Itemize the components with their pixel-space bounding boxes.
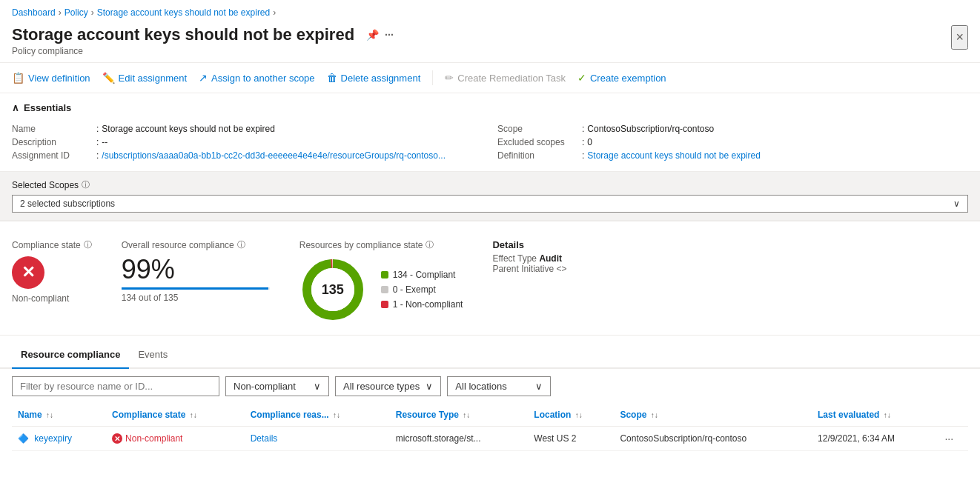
- resource-type-sort-icon: ↑↓: [463, 411, 470, 419]
- breadcrumb: Dashboard › Policy › Storage account key…: [0, 0, 980, 22]
- donut-center-value: 135: [299, 256, 366, 323]
- overall-compliance-info-icon[interactable]: ⓘ: [237, 239, 245, 250]
- edit-icon: ✏️: [102, 72, 115, 84]
- pin-icon[interactable]: 📌: [366, 29, 379, 41]
- resource-name-link-0[interactable]: keyexpiry: [34, 433, 72, 444]
- compliance-state-block: Compliance state ⓘ ✕ Non-compliant: [12, 239, 92, 323]
- legend-compliant-dot: [381, 271, 388, 278]
- cell-scope-0: ContosoSubscription/rq-contoso: [614, 427, 812, 451]
- col-compliance-reason[interactable]: Compliance reas... ↑↓: [245, 404, 390, 427]
- essentials-scope: Scope : ContosoSubscription/rq-contoso: [497, 122, 968, 136]
- overall-compliance-block: Overall resource compliance ⓘ 99% 134 ou…: [122, 239, 270, 323]
- more-options-icon[interactable]: ···: [385, 29, 394, 41]
- cell-name-0: 🔷 keyexpiry: [12, 427, 106, 451]
- tab-events[interactable]: Events: [129, 341, 176, 369]
- page-subtitle: Policy compliance: [12, 46, 951, 56]
- breadcrumb-current[interactable]: Storage account keys should not be expir…: [97, 7, 270, 18]
- details-title: Details: [492, 239, 566, 250]
- resource-filter-input[interactable]: [12, 376, 219, 396]
- col-location[interactable]: Location ↑↓: [528, 404, 614, 427]
- legend-exempt: 0 - Exempt: [381, 284, 463, 295]
- compliance-fraction: 134 out of 135: [122, 293, 270, 303]
- row-menu-icon-0[interactable]: ···: [944, 433, 953, 444]
- col-scope[interactable]: Scope ↑↓: [614, 404, 812, 427]
- cell-resource-type-0: microsoft.storage/st...: [390, 427, 529, 451]
- close-button[interactable]: ×: [951, 25, 968, 50]
- cell-location-0: West US 2: [528, 427, 614, 451]
- legend-compliant: 134 - Compliant: [381, 270, 463, 280]
- resource-type-dropdown-chevron-icon: ∨: [426, 381, 433, 392]
- donut-chart-block: Resources by compliance state ⓘ 135: [299, 239, 463, 323]
- cell-last-evaluated-0: 12/9/2021, 6:34 AM: [812, 427, 938, 451]
- filter-section: Non-compliant ∨ All resource types ∨ All…: [0, 369, 980, 404]
- non-compliant-badge-0: ✕ Non-compliant: [112, 433, 239, 444]
- view-definition-icon: 📋: [12, 72, 24, 84]
- resource-table: Name ↑↓ Compliance state ↑↓ Compliance r…: [12, 404, 968, 451]
- resource-icon-0: 🔷: [18, 433, 29, 444]
- assign-scope-button[interactable]: ↗ Assign to another scope: [199, 69, 314, 87]
- essentials-header[interactable]: ∧ Essentials: [12, 102, 968, 113]
- compliance-state-info-icon[interactable]: ⓘ: [84, 239, 92, 250]
- toolbar: 📋 View definition ✏️ Edit assignment ↗ A…: [0, 62, 980, 93]
- compliance-percentage: 99%: [122, 256, 270, 283]
- breadcrumb-policy[interactable]: Policy: [64, 7, 88, 18]
- scopes-dropdown[interactable]: 2 selected subscriptions ∨: [12, 195, 968, 213]
- scopes-label: Selected Scopes ⓘ: [12, 179, 968, 190]
- col-resource-type[interactable]: Resource Type ↑↓: [390, 404, 529, 427]
- col-last-evaluated[interactable]: Last evaluated ↑↓: [812, 404, 938, 427]
- parent-initiative-row: Parent Initiative <>: [492, 264, 566, 274]
- compliance-dropdown-chevron-icon: ∨: [314, 381, 321, 392]
- delete-icon: 🗑: [327, 72, 337, 84]
- view-definition-button[interactable]: 📋 View definition: [12, 69, 90, 87]
- location-dropdown-chevron-icon: ∨: [535, 381, 543, 392]
- nc-icon-0: ✕: [112, 433, 122, 444]
- essentials-section: ∧ Essentials Name : Storage account keys…: [0, 93, 980, 172]
- scopes-info-icon[interactable]: ⓘ: [82, 179, 90, 190]
- cell-row-menu-0: ···: [938, 427, 968, 451]
- table-section: Name ↑↓ Compliance state ↑↓ Compliance r…: [0, 404, 980, 451]
- exemption-icon: ✓: [577, 72, 586, 84]
- donut-chart-container: 135 134 - Compliant 0 - Exempt 1 - Non-c…: [299, 256, 463, 323]
- remediation-icon: ✏: [445, 72, 454, 84]
- table-row: 🔷 keyexpiry ✕ Non-compliant Details micr…: [12, 427, 968, 451]
- compliance-state-label: Compliance state ⓘ: [12, 239, 92, 250]
- col-name[interactable]: Name ↑↓: [12, 404, 106, 427]
- create-remediation-button[interactable]: ✏ Create Remediation Task: [445, 69, 566, 87]
- tab-resource-compliance[interactable]: Resource compliance: [12, 341, 129, 369]
- essentials-assignment-id: Assignment ID : /subscriptions/aaaa0a0a-…: [12, 149, 483, 162]
- breadcrumb-dashboard[interactable]: Dashboard: [12, 7, 56, 18]
- location-sort-icon: ↑↓: [575, 411, 583, 419]
- essentials-description: Description : --: [12, 136, 483, 149]
- resource-type-filter-dropdown[interactable]: All resource types ∨: [335, 376, 441, 396]
- assign-scope-icon: ↗: [199, 72, 208, 84]
- scopes-section: Selected Scopes ⓘ 2 selected subscriptio…: [0, 172, 980, 221]
- cell-reason-0: Details: [245, 427, 390, 451]
- page-title: Storage account keys should not be expir…: [12, 25, 951, 44]
- name-sort-icon: ↑↓: [46, 411, 53, 419]
- metrics-section: Compliance state ⓘ ✕ Non-compliant Overa…: [0, 221, 980, 336]
- dropdown-chevron-icon: ∨: [953, 199, 960, 209]
- legend-non-compliant: 1 - Non-compliant: [381, 299, 463, 310]
- donut-legend: 134 - Compliant 0 - Exempt 1 - Non-compl…: [381, 270, 463, 310]
- compliance-bar: [122, 287, 270, 290]
- table-header-row: Name ↑↓ Compliance state ↑↓ Compliance r…: [12, 404, 968, 427]
- compliance-sort-icon: ↑↓: [190, 411, 197, 419]
- delete-assignment-button[interactable]: 🗑 Delete assignment: [327, 69, 421, 87]
- chevron-up-icon: ∧: [12, 102, 19, 113]
- non-compliant-icon: ✕: [12, 256, 44, 289]
- donut-chart-label: Resources by compliance state ⓘ: [299, 239, 463, 250]
- compliance-state-value: Non-compliant: [12, 293, 92, 304]
- col-compliance-state[interactable]: Compliance state ↑↓: [106, 404, 245, 427]
- location-filter-dropdown[interactable]: All locations ∨: [447, 376, 551, 396]
- essentials-name: Name : Storage account keys should not b…: [12, 122, 483, 136]
- compliance-reason-link-0[interactable]: Details: [251, 433, 278, 444]
- details-block: Details Effect Type Audit Parent Initiat…: [492, 239, 566, 323]
- compliance-filter-dropdown[interactable]: Non-compliant ∨: [225, 376, 329, 396]
- overall-compliance-label: Overall resource compliance ⓘ: [122, 239, 270, 250]
- create-exemption-button[interactable]: ✓ Create exemption: [577, 69, 666, 87]
- donut-info-icon[interactable]: ⓘ: [426, 239, 434, 250]
- edit-assignment-button[interactable]: ✏️ Edit assignment: [102, 69, 188, 87]
- page-header: Storage account keys should not be expir…: [0, 22, 980, 62]
- toolbar-divider: [432, 70, 433, 85]
- legend-exempt-dot: [381, 286, 388, 293]
